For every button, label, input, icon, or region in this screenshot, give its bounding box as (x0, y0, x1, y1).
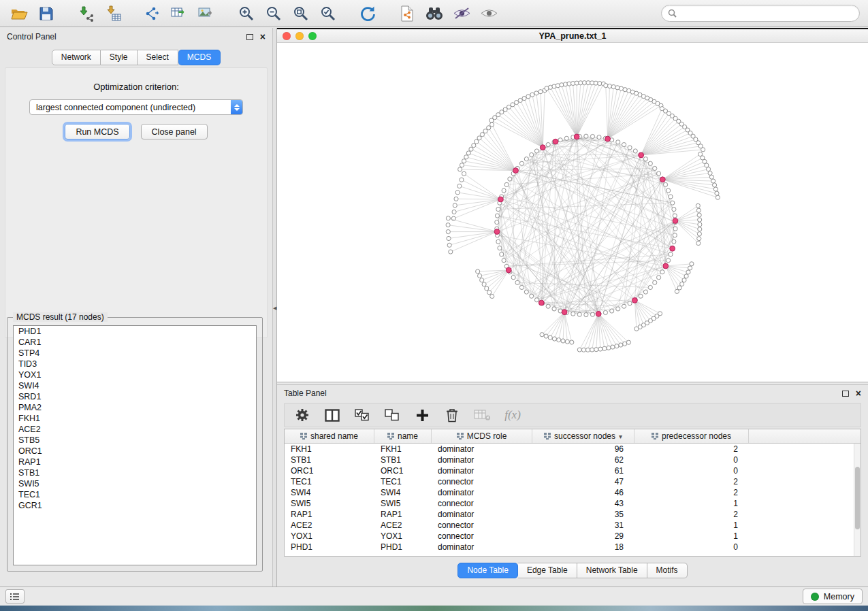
optimization-criterion-select[interactable]: largest connected component (undirected) (29, 99, 243, 115)
result-list-item[interactable]: SWI5 (14, 478, 256, 489)
tab-mcds[interactable]: MCDS (178, 50, 221, 65)
splitter-collapse-icon[interactable]: ◀ (273, 306, 276, 311)
function-builder-button[interactable]: f(x) (504, 406, 521, 424)
table-row[interactable]: STB1STB1dominator620 (285, 455, 854, 465)
column-type-icon (387, 433, 394, 440)
column-header-name[interactable]: name (374, 429, 432, 443)
result-list-item[interactable]: PMA2 (14, 402, 256, 413)
result-list-item[interactable]: RAP1 (14, 457, 256, 467)
run-mcds-button[interactable]: Run MCDS (65, 124, 129, 139)
show-all-button[interactable] (478, 3, 500, 24)
add-column-button[interactable] (414, 406, 430, 424)
clone-network-button[interactable] (396, 3, 418, 24)
delete-table-button[interactable] (474, 406, 491, 424)
control-panel: Control Panel × NetworkStyleSelectMCDS O… (0, 28, 272, 587)
export-table-button[interactable] (169, 3, 191, 24)
result-list-item[interactable]: STB1 (14, 467, 256, 478)
task-history-button[interactable] (5, 589, 25, 604)
tab-node-table[interactable]: Node Table (457, 563, 518, 578)
result-list-item[interactable]: ACE2 (14, 424, 256, 435)
import-table-button[interactable] (102, 3, 124, 24)
table-row[interactable]: YOX1YOX1connector291 (285, 531, 854, 542)
table-settings-button[interactable] (294, 406, 310, 424)
save-icon (39, 6, 54, 21)
control-panel-tabs: NetworkStyleSelectMCDS (0, 50, 272, 65)
column-header-successor-nodes[interactable]: successor nodes▾ (532, 429, 634, 443)
window-close-icon[interactable] (283, 32, 291, 40)
deselect-all-button[interactable] (384, 406, 400, 424)
open-file-button[interactable] (8, 3, 30, 24)
import-table-icon (105, 5, 121, 22)
result-list-item[interactable]: ORC1 (14, 446, 256, 457)
find-button[interactable] (423, 3, 445, 24)
close-table-panel-icon[interactable]: × (856, 390, 861, 397)
select-all-button[interactable] (354, 406, 370, 424)
window-minimize-icon[interactable] (295, 32, 304, 40)
show-columns-button[interactable] (324, 406, 340, 424)
export-network-icon (144, 5, 161, 22)
table-row[interactable]: SWI4SWI4dominator462 (285, 487, 854, 498)
optimization-criterion-label: Optimization criterion: (5, 82, 267, 92)
result-list-item[interactable]: YOX1 (14, 369, 256, 380)
scrollbar-thumb[interactable] (855, 467, 860, 529)
columns-icon (325, 409, 340, 422)
search-input[interactable] (681, 9, 853, 18)
panel-splitter[interactable]: ◀ (272, 28, 277, 587)
column-header-shared-name[interactable]: shared name (285, 429, 374, 443)
window-zoom-icon[interactable] (308, 32, 317, 40)
result-list-item[interactable]: TID3 (14, 359, 256, 369)
search-box[interactable] (661, 5, 860, 22)
column-header-predecessor-nodes[interactable]: predecessor nodes (634, 429, 749, 443)
zoom-fit-button[interactable] (290, 3, 312, 24)
result-list-item[interactable]: SRD1 (14, 391, 256, 402)
table-row[interactable]: ORC1ORC1dominator610 (285, 465, 854, 476)
result-list-item[interactable]: SWI4 (14, 380, 256, 391)
import-network-icon (78, 5, 94, 22)
table-row[interactable]: ACE2ACE2connector311 (285, 520, 854, 531)
float-table-panel-icon[interactable] (842, 391, 849, 397)
import-network-button[interactable] (75, 3, 97, 24)
export-network-button[interactable] (142, 3, 163, 24)
network-canvas[interactable] (277, 44, 868, 382)
apply-layout-button[interactable] (357, 3, 379, 24)
result-list-item[interactable]: GCR1 (14, 500, 256, 511)
result-list-item[interactable]: STB5 (14, 435, 256, 446)
document-share-icon (400, 5, 414, 22)
hide-selected-button[interactable] (451, 3, 472, 24)
selected-criterion: largest connected component (undirected) (30, 103, 231, 112)
tab-style[interactable]: Style (101, 50, 138, 65)
tab-select[interactable]: Select (138, 50, 178, 65)
export-image-button[interactable] (196, 3, 218, 24)
close-panel-icon[interactable]: × (260, 33, 266, 40)
zoom-out-button[interactable] (263, 3, 285, 24)
table-tabs: Node TableEdge TableNetwork TableMotifs (277, 563, 868, 578)
delete-column-button[interactable] (444, 406, 460, 424)
table-row[interactable]: SWI5SWI5connector431 (285, 498, 854, 509)
result-list-item[interactable]: STP4 (14, 348, 256, 359)
tab-network-table[interactable]: Network Table (577, 563, 647, 578)
result-list-item[interactable]: PHD1 (14, 326, 256, 337)
status-bar: Memory (0, 587, 868, 606)
table-row[interactable]: PHD1PHD1dominator180 (285, 542, 854, 552)
float-panel-icon[interactable] (246, 34, 253, 40)
result-list-item[interactable]: CAR1 (14, 337, 256, 348)
memory-button[interactable]: Memory (803, 589, 863, 604)
close-panel-button[interactable]: Close panel (141, 124, 208, 139)
mcds-result-list[interactable]: PHD1CAR1STP4TID3YOX1SWI4SRD1PMA2FKH1ACE2… (13, 325, 257, 565)
network-window-titlebar[interactable]: YPA_prune.txt_1 (277, 29, 868, 43)
zoom-in-button[interactable] (236, 3, 257, 24)
result-list-item[interactable]: FKH1 (14, 413, 256, 424)
table-scrollbar[interactable] (854, 444, 861, 556)
tab-edge-table[interactable]: Edge Table (518, 563, 577, 578)
tab-motifs[interactable]: Motifs (647, 563, 688, 578)
column-type-icon (457, 433, 464, 440)
save-session-button[interactable] (35, 3, 57, 24)
result-list-item[interactable]: TEC1 (14, 489, 256, 500)
table-row[interactable]: FKH1FKH1dominator962 (285, 444, 854, 455)
column-header-MCDS-role[interactable]: MCDS role (432, 429, 532, 443)
table-row[interactable]: RAP1RAP1dominator352 (285, 509, 854, 520)
table-row[interactable]: TEC1TEC1connector472 (285, 476, 854, 487)
table-header-row: shared namenameMCDS rolesuccessor nodes▾… (285, 429, 861, 444)
tab-network[interactable]: Network (52, 50, 101, 65)
zoom-selected-button[interactable] (317, 3, 339, 24)
